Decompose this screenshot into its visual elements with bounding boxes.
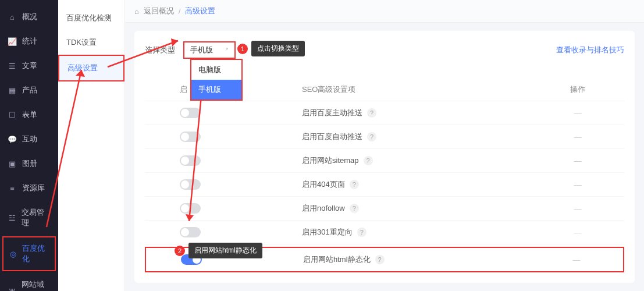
- table-row: 启用百度自动推送? —: [145, 125, 624, 149]
- th-label: SEO高级设置项: [302, 84, 531, 95]
- row-action: —: [531, 228, 624, 237]
- breadcrumb: ⌂ 返回概况 / 高级设置: [125, 0, 644, 23]
- tips-link[interactable]: 查看收录与排名技巧: [556, 45, 624, 55]
- sidebar-item-stats[interactable]: 📈 统计: [0, 29, 58, 54]
- toggle-nofollow[interactable]: [180, 203, 201, 214]
- sidebar-item-label: 产品: [22, 85, 37, 95]
- baidu-icon: ◎: [9, 250, 16, 258]
- callout-text: 点击切换类型: [251, 41, 305, 56]
- callout-number: 1: [237, 44, 248, 54]
- breadcrumb-current: 高级设置: [185, 6, 215, 16]
- dropdown-option-mobile[interactable]: 手机版: [191, 80, 241, 100]
- row-label: 启用网站html静态化: [303, 254, 371, 265]
- row-label: 启用404页面: [302, 179, 345, 190]
- callout-2: 2 启用网站html静态化: [175, 243, 262, 258]
- toggle-301[interactable]: [180, 227, 201, 237]
- subnav-item-tdk[interactable]: TDK设置: [58, 30, 124, 55]
- document-icon: ☰: [8, 62, 16, 70]
- help-icon[interactable]: ?: [350, 204, 359, 213]
- subnav-item-advanced[interactable]: 高级设置: [58, 55, 124, 81]
- chevron-up-icon: ˄: [226, 47, 229, 54]
- chart-icon: 📈: [8, 37, 16, 45]
- row-action: —: [531, 109, 624, 118]
- table-row: 启用网站sitemap? —: [145, 149, 624, 173]
- trade-icon: ☳: [8, 214, 16, 222]
- type-select[interactable]: 手机版 ˄: [183, 41, 236, 59]
- sidebar-item-overview[interactable]: ⌂ 概况: [0, 5, 58, 29]
- row-label: 启用百度主动推送: [302, 108, 362, 118]
- sidebar-item-articles[interactable]: ☰ 文章: [0, 54, 58, 78]
- sidebar-item-label: 交易管理: [22, 207, 50, 228]
- form-icon: ☐: [8, 111, 16, 119]
- sidebar-item-label: 资源库: [22, 183, 45, 193]
- breadcrumb-separator: /: [179, 7, 181, 16]
- sidebar-item-label: 图册: [22, 158, 37, 169]
- sidebar-item-products[interactable]: ▦ 产品: [0, 78, 58, 102]
- row-action: —: [531, 133, 624, 141]
- row-label: 启用301重定向: [302, 227, 353, 237]
- table-row: 启用nofollow? —: [145, 197, 624, 221]
- help-icon[interactable]: ?: [357, 228, 367, 237]
- sidebar-item-label: 百度优化: [22, 243, 49, 264]
- row-label: 启用百度自动推送: [302, 132, 362, 142]
- callout-text: 启用网站html静态化: [188, 243, 262, 258]
- domain-icon: w: [8, 286, 16, 291]
- breadcrumb-back[interactable]: 返回概况: [144, 6, 174, 16]
- type-dropdown: 电脑版 手机版: [190, 59, 243, 101]
- sidebar-item-baidu-seo[interactable]: ◎ 百度优化: [2, 236, 56, 271]
- row-label: 启用nofollow: [302, 203, 345, 214]
- chat-icon: 💬: [8, 135, 16, 143]
- toggle-baidu-active-push[interactable]: [180, 108, 201, 118]
- toggle-404[interactable]: [180, 179, 201, 190]
- subnav-item-baidu-check[interactable]: 百度优化检测: [58, 6, 124, 30]
- image-icon: ▣: [8, 159, 16, 168]
- sidebar-item-label: 互动: [22, 134, 37, 144]
- help-icon[interactable]: ?: [367, 132, 376, 141]
- dropdown-option-pc[interactable]: 电脑版: [191, 60, 241, 80]
- row-action: —: [530, 255, 623, 264]
- toggle-baidu-auto-push[interactable]: [180, 132, 201, 142]
- table-row: 启用百度主动推送? —: [145, 101, 624, 125]
- sidebar-item-label: 文章: [22, 61, 37, 71]
- help-icon[interactable]: ?: [364, 156, 373, 165]
- th-action: 操作: [531, 84, 624, 95]
- help-icon[interactable]: ?: [350, 180, 359, 189]
- help-icon[interactable]: ?: [375, 255, 385, 264]
- subnav-item-label: 高级设置: [67, 63, 98, 72]
- table-row: 启用404页面? —: [145, 173, 624, 197]
- sidebar: ⌂ 概况 📈 统计 ☰ 文章 ▦ 产品 ☐ 表单 💬 互动 ▣ 图册 ≡ 资: [0, 0, 58, 291]
- help-icon[interactable]: ?: [367, 108, 376, 118]
- home-icon: ⌂: [134, 7, 139, 16]
- row-action: —: [531, 157, 624, 165]
- sidebar-item-interact[interactable]: 💬 互动: [0, 127, 58, 151]
- row-action: —: [531, 204, 624, 213]
- callout-1: 1 点击切换类型: [237, 41, 305, 56]
- sidebar-item-domain[interactable]: w 网站域名: [0, 272, 58, 291]
- toggle-sitemap[interactable]: [180, 155, 201, 166]
- row-label: 启用网站sitemap: [302, 155, 359, 166]
- database-icon: ≡: [8, 184, 16, 192]
- sidebar-item-resources[interactable]: ≡ 资源库: [0, 176, 58, 200]
- select-type-label: 选择类型: [145, 45, 175, 55]
- subnav: 百度优化检测 TDK设置 高级设置: [58, 0, 125, 291]
- callout-number: 2: [175, 246, 185, 256]
- subnav-item-label: TDK设置: [66, 38, 97, 47]
- sidebar-item-gallery[interactable]: ▣ 图册: [0, 151, 58, 176]
- sidebar-item-label: 网站域名: [22, 279, 50, 291]
- home-icon: ⌂: [8, 13, 16, 21]
- sidebar-item-label: 统计: [22, 36, 37, 47]
- sidebar-item-forms[interactable]: ☐ 表单: [0, 102, 58, 127]
- sidebar-item-label: 概况: [22, 12, 37, 22]
- sidebar-item-trade[interactable]: ☳ 交易管理: [0, 200, 58, 235]
- select-value: 手机版: [190, 45, 213, 55]
- sidebar-item-label: 表单: [22, 109, 37, 120]
- grid-icon: ▦: [8, 86, 16, 94]
- row-action: —: [531, 180, 624, 189]
- subnav-item-label: 百度优化检测: [66, 13, 112, 22]
- table-row: 启用301重定向? —: [145, 221, 624, 244]
